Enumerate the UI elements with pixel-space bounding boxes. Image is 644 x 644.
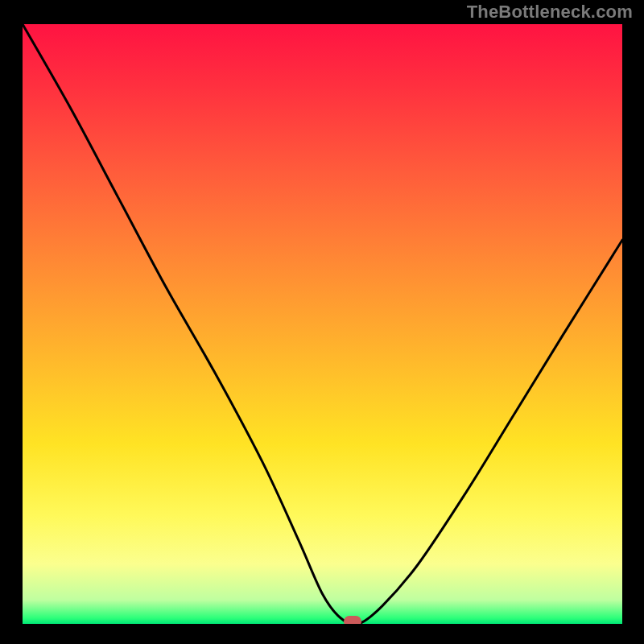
optimal-marker	[344, 616, 361, 624]
watermark-text: TheBottleneck.com	[467, 2, 633, 23]
curve-path	[23, 24, 622, 624]
bottleneck-curve	[23, 24, 622, 624]
plot-area	[23, 24, 622, 624]
chart-frame: TheBottleneck.com	[0, 0, 644, 644]
